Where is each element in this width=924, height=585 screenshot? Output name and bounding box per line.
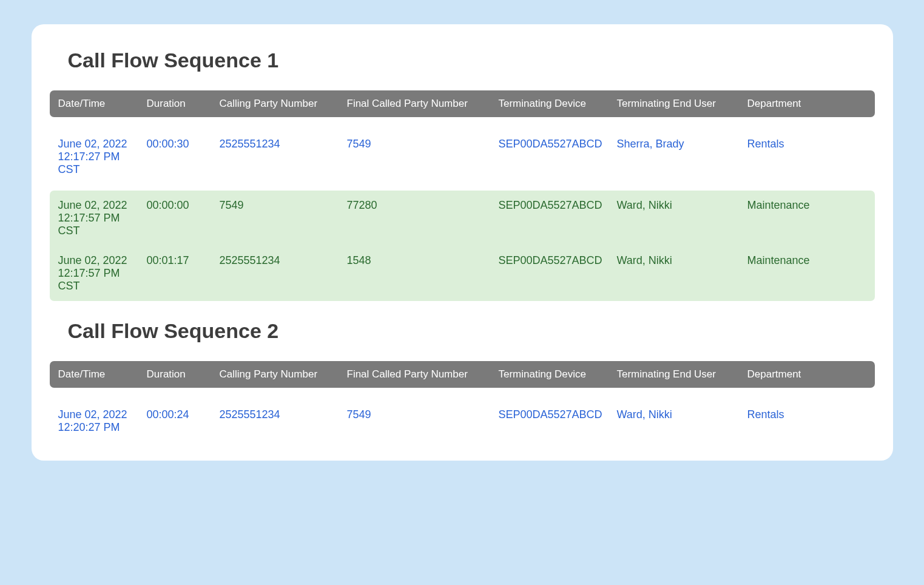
cell-device: SEP00DA5527ABCD: [490, 408, 609, 434]
cell-enduser: Sherra, Brady: [609, 138, 739, 176]
col-header-finalcalled: Final Called Party Number: [339, 368, 490, 380]
table-row: June 02, 2022 12:17:57 PM CST 00:01:17 2…: [50, 246, 875, 301]
cell-department: Maintenance: [739, 254, 875, 292]
cell-datetime: June 02, 2022 12:17:57 PM CST: [50, 199, 138, 237]
cell-device: SEP00DA5527ABCD: [490, 138, 609, 176]
cell-duration: 00:00:30: [138, 138, 211, 176]
col-header-duration: Duration: [138, 98, 211, 110]
table-header-row: Date/Time Duration Calling Party Number …: [50, 361, 875, 388]
cell-duration: 00:01:17: [138, 254, 211, 292]
cell-finalcalled: 7549: [339, 138, 490, 176]
sequence-title: Call Flow Sequence 2: [68, 319, 875, 343]
cell-calling: 7549: [211, 199, 339, 237]
col-header-datetime: Date/Time: [50, 98, 138, 110]
col-header-enduser: Terminating End User: [609, 98, 739, 110]
call-flow-table: Date/Time Duration Calling Party Number …: [50, 361, 875, 442]
cell-department: Rentals: [739, 408, 875, 434]
cell-datetime: June 02, 2022 12:17:27 PM CST: [50, 138, 138, 176]
cell-finalcalled: 1548: [339, 254, 490, 292]
col-header-department: Department: [739, 98, 875, 110]
cell-enduser: Ward, Nikki: [609, 408, 739, 434]
cell-calling: 2525551234: [211, 254, 339, 292]
call-flow-table: Date/Time Duration Calling Party Number …: [50, 90, 875, 301]
row-group: June 02, 2022 12:17:27 PM CST 00:00:30 2…: [50, 129, 875, 184]
col-header-enduser: Terminating End User: [609, 368, 739, 380]
table-row: June 02, 2022 12:20:27 PM 00:00:24 25255…: [50, 400, 875, 442]
cell-enduser: Ward, Nikki: [609, 199, 739, 237]
table-row: June 02, 2022 12:17:27 PM CST 00:00:30 2…: [50, 129, 875, 184]
table-row: June 02, 2022 12:17:57 PM CST 00:00:00 7…: [50, 191, 875, 246]
col-header-calling: Calling Party Number: [211, 98, 339, 110]
col-header-duration: Duration: [138, 368, 211, 380]
cell-device: SEP00DA5527ABCD: [490, 199, 609, 237]
cell-device: SEP00DA5527ABCD: [490, 254, 609, 292]
col-header-calling: Calling Party Number: [211, 368, 339, 380]
col-header-finalcalled: Final Called Party Number: [339, 98, 490, 110]
call-flow-card: Call Flow Sequence 1 Date/Time Duration …: [32, 24, 893, 461]
row-spacer: [50, 184, 875, 191]
cell-finalcalled: 7549: [339, 408, 490, 434]
col-header-device: Terminating Device: [490, 368, 609, 380]
cell-duration: 00:00:24: [138, 408, 211, 434]
cell-enduser: Ward, Nikki: [609, 254, 739, 292]
row-group: June 02, 2022 12:20:27 PM 00:00:24 25255…: [50, 400, 875, 442]
cell-department: Rentals: [739, 138, 875, 176]
col-header-device: Terminating Device: [490, 98, 609, 110]
col-header-datetime: Date/Time: [50, 368, 138, 380]
col-header-department: Department: [739, 368, 875, 380]
cell-duration: 00:00:00: [138, 199, 211, 237]
row-group: June 02, 2022 12:17:57 PM CST 00:00:00 7…: [50, 191, 875, 301]
cell-department: Maintenance: [739, 199, 875, 237]
cell-calling: 2525551234: [211, 408, 339, 434]
cell-datetime: June 02, 2022 12:20:27 PM: [50, 408, 138, 434]
cell-finalcalled: 77280: [339, 199, 490, 237]
table-header-row: Date/Time Duration Calling Party Number …: [50, 90, 875, 117]
cell-calling: 2525551234: [211, 138, 339, 176]
cell-datetime: June 02, 2022 12:17:57 PM CST: [50, 254, 138, 292]
sequence-title: Call Flow Sequence 1: [68, 49, 875, 72]
